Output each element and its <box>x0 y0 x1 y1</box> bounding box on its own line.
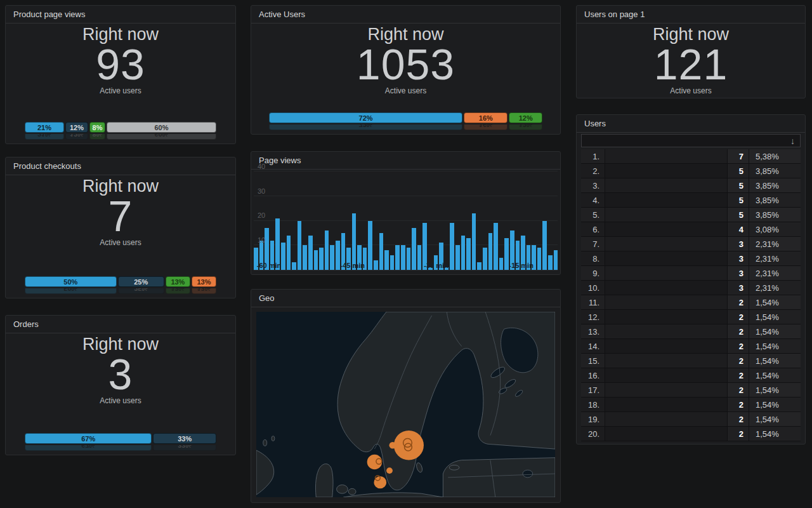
table-row[interactable]: 4.53,85% <box>581 193 801 208</box>
pageviews-bar[interactable] <box>504 238 509 270</box>
bar-segment[interactable]: 12% <box>65 134 88 140</box>
geo-marker[interactable] <box>367 455 383 469</box>
table-row[interactable]: 14.21,54% <box>581 339 801 354</box>
pageviews-bar[interactable] <box>384 250 389 270</box>
bar-segment[interactable]: 72% <box>269 124 462 130</box>
table-cell-pct: 3,08% <box>749 222 801 236</box>
pageviews-bar[interactable] <box>477 262 481 270</box>
pageviews-bar[interactable] <box>303 245 307 270</box>
pageviews-bar[interactable] <box>499 258 504 270</box>
bar-segment[interactable]: 33% <box>153 445 216 451</box>
bar-segment[interactable]: 25% <box>118 276 164 287</box>
table-row[interactable]: 19.21,54% <box>581 412 801 427</box>
table-body: 1.75,38%2.53,85%3.53,85%4.53,85%5.53,85%… <box>581 149 801 441</box>
bar-segment[interactable]: 13% <box>192 288 216 294</box>
bar-segment[interactable]: 60% <box>107 122 216 133</box>
pageviews-bar[interactable] <box>461 236 466 270</box>
panel-title-active-users[interactable]: Active Users <box>251 6 560 23</box>
table-row[interactable]: 5.53,85% <box>581 208 801 222</box>
bar-segment[interactable]: 12% <box>509 124 542 130</box>
bar-segment[interactable]: 50% <box>25 276 117 287</box>
pageviews-bar[interactable] <box>281 243 285 270</box>
pageviews-bar[interactable] <box>314 250 318 270</box>
pageviews-bar[interactable] <box>407 248 411 270</box>
table-row[interactable]: 3.53,85% <box>581 178 801 193</box>
bar-segment[interactable]: 67% <box>25 445 152 451</box>
pageviews-bar[interactable] <box>548 255 553 270</box>
pageviews-bar[interactable] <box>542 221 547 271</box>
pageviews-bar[interactable] <box>336 241 340 271</box>
panel-title-geo[interactable]: Geo <box>251 290 560 307</box>
pageviews-bar[interactable] <box>308 236 313 270</box>
pageviews-bar[interactable] <box>483 248 487 270</box>
sort-descending-icon[interactable]: ↓ <box>790 137 795 145</box>
bar-segment[interactable]: 25% <box>118 288 164 294</box>
pageviews-bar[interactable] <box>390 255 395 270</box>
bar-segment[interactable]: 13% <box>192 276 216 287</box>
pageviews-bar[interactable] <box>417 245 422 270</box>
pageviews-bar[interactable] <box>368 221 372 271</box>
table-row[interactable]: 15.21,54% <box>581 354 801 368</box>
pageviews-bar[interactable] <box>450 223 454 270</box>
pageviews-bar[interactable] <box>395 245 400 270</box>
table-cell-pct: 3,85% <box>749 178 801 192</box>
pageviews-bar[interactable] <box>379 233 384 270</box>
bar-segment[interactable]: 33% <box>153 433 216 444</box>
pageviews-bar[interactable] <box>412 228 416 270</box>
geo-marker[interactable] <box>389 442 396 449</box>
table-row[interactable]: 16.21,54% <box>581 368 801 383</box>
bar-segment[interactable]: 12% <box>509 112 542 123</box>
table-row[interactable]: 18.21,54% <box>581 398 801 412</box>
pageviews-bar[interactable] <box>374 260 378 271</box>
panel-title-product-page-views[interactable]: Product page views <box>6 6 235 23</box>
pageviews-bar[interactable] <box>554 250 558 270</box>
pageviews-bar[interactable] <box>466 238 471 270</box>
pageviews-bar[interactable] <box>330 245 334 270</box>
pageviews-bar[interactable] <box>319 248 324 270</box>
table-row[interactable]: 7.32,31% <box>581 237 801 251</box>
bar-segment[interactable]: 13% <box>166 288 190 294</box>
pageviews-bar[interactable] <box>401 245 405 270</box>
pageviews-bar[interactable] <box>488 233 493 270</box>
pageviews-bar[interactable] <box>298 221 302 271</box>
bar-segment[interactable]: 13% <box>166 276 190 287</box>
bar-segment[interactable]: 8% <box>89 122 105 133</box>
table-header[interactable]: ↓ <box>581 134 801 147</box>
bar-segment[interactable]: 21% <box>25 122 64 133</box>
table-row[interactable]: 2.53,85% <box>581 164 801 178</box>
panel-title-users[interactable]: Users <box>577 115 805 133</box>
pageviews-bar[interactable] <box>472 213 476 270</box>
panel-title-orders[interactable]: Orders <box>6 316 235 333</box>
table-row[interactable]: 13.21,54% <box>581 324 801 339</box>
panel-title-product-checkouts[interactable]: Product checkouts <box>6 157 235 175</box>
bar-segment[interactable]: 8% <box>89 134 105 140</box>
bar-segment[interactable]: 12% <box>65 122 88 133</box>
pageviews-bar[interactable] <box>287 236 291 270</box>
bar-segment[interactable]: 16% <box>464 112 508 123</box>
table-row[interactable]: 6.43,08% <box>581 222 801 237</box>
table-row[interactable]: 9.32,31% <box>581 266 801 281</box>
geo-marker[interactable] <box>386 467 393 474</box>
table-row[interactable]: 10.32,31% <box>581 281 801 295</box>
table-row[interactable]: 1.75,38% <box>581 149 801 164</box>
bar-segment[interactable]: 67% <box>25 433 152 444</box>
panel-title-page-views[interactable]: Page views <box>251 152 560 170</box>
bar-segment[interactable]: 21% <box>25 134 64 140</box>
pageviews-bar[interactable] <box>455 245 460 270</box>
pageviews-bar[interactable] <box>292 262 296 270</box>
panel-title-users-on-page-1[interactable]: Users on page 1 <box>577 6 805 23</box>
table-row[interactable]: 20.21,54% <box>581 427 801 441</box>
bar-segment[interactable]: 72% <box>269 112 462 123</box>
bar-segment[interactable]: 16% <box>464 124 508 130</box>
table-row[interactable]: 12.21,54% <box>581 310 801 324</box>
bar-segment[interactable]: 60% <box>107 134 216 140</box>
bar-segment[interactable]: 50% <box>25 288 117 294</box>
geo-map[interactable] <box>256 312 555 497</box>
table-row[interactable]: 8.32,31% <box>581 251 801 266</box>
table-row[interactable]: 11.21,54% <box>581 295 801 310</box>
table-row[interactable]: 17.21,54% <box>581 383 801 398</box>
pageviews-bar[interactable] <box>537 248 542 270</box>
pageviews-bar[interactable] <box>325 231 329 270</box>
geo-marker[interactable] <box>394 431 424 460</box>
pageviews-bar[interactable] <box>494 223 498 270</box>
